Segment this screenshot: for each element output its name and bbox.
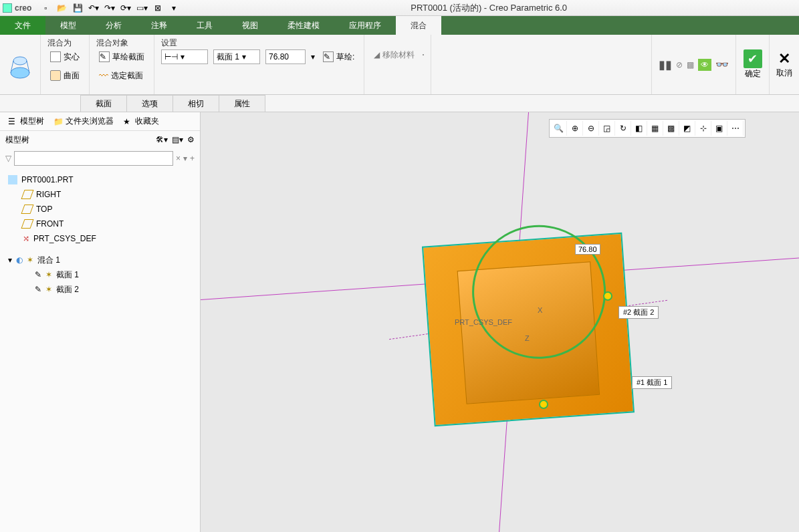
tab-annotate[interactable]: 注释 [136, 16, 182, 35]
dropdown-icon[interactable]: ▾ [183, 154, 187, 163]
svg-point-1 [13, 57, 27, 65]
saved-views-icon[interactable]: ▦ [647, 121, 663, 136]
select-section-button[interactable]: 〰选定截面 [96, 69, 146, 83]
no-icon[interactable]: ⊘ [676, 60, 683, 70]
group-remove-material: ◢移除材料 [364, 35, 431, 94]
qat-save-icon[interactable]: 💾 [70, 1, 85, 15]
pause-icon[interactable]: ▮▮ [659, 57, 672, 72]
tree-csys[interactable]: ⤭PRT_CSYS_DEF [20, 231, 195, 246]
qat-close-icon[interactable]: ⊠ [150, 1, 165, 15]
warn-icon: ✶ [27, 255, 33, 265]
qat-regen-icon[interactable]: ⟳▾ [118, 1, 133, 15]
chevron-down-icon: ▾ [181, 52, 185, 61]
thicken-icon[interactable] [423, 54, 424, 55]
clear-icon[interactable]: × [176, 154, 181, 163]
window-title: PRT0001 (活动的) - Creo Parametric 6.0 [181, 2, 796, 14]
tree-feature-blend[interactable]: ▾◐✶混合 1 [5, 253, 195, 267]
tab-view[interactable]: 视图 [227, 16, 273, 35]
annotation-display-icon[interactable]: ▣ [711, 121, 727, 136]
navigator-sidebar: ☰模型树 📁文件夹浏览器 ★收藏夹 模型树 🛠▾ ▤▾ ⚙ ▽ × ▾ + PR… [0, 112, 201, 532]
plane-icon [21, 205, 33, 214]
sketch-section-button[interactable]: ✎草绘截面 [96, 50, 147, 64]
tab-flex[interactable]: 柔性建模 [273, 16, 334, 35]
tree-section-1[interactable]: ✎✶截面 1 [32, 267, 195, 282]
zoom-out-icon[interactable]: ⊖ [583, 121, 599, 136]
geom-check-icon[interactable]: ▩ [687, 60, 694, 70]
qat-open-icon[interactable]: 📂 [54, 1, 69, 15]
datum-display-icon[interactable]: ⊹ [695, 121, 711, 136]
sketch-button[interactable]: ✎草绘: [320, 50, 357, 64]
spin-icon[interactable]: ↻ [615, 121, 631, 136]
drag-handle[interactable] [603, 291, 612, 301]
chevron-down-icon[interactable]: ▾ [311, 52, 315, 61]
group-blend-object: 混合对象 ✎草绘截面 〰选定截面 [90, 35, 154, 94]
preview-icon[interactable]: 👁 [698, 59, 711, 71]
surface-icon [50, 70, 61, 81]
sketch-icon: ✎ [99, 51, 110, 62]
ribbon-tabs: 文件 模型 分析 注释 工具 视图 柔性建模 应用程序 混合 [0, 16, 799, 35]
axis-x-label: X [538, 306, 542, 314]
repaint-icon[interactable]: ◲ [599, 121, 615, 136]
solid-button[interactable]: 实心 [47, 50, 82, 64]
tree-section-2[interactable]: ✎✶截面 2 [32, 282, 195, 297]
show-icon[interactable]: ▤▾ [172, 135, 183, 144]
dimension-value[interactable]: 76.80 [575, 244, 600, 255]
subtab-tangent[interactable]: 相切 [173, 95, 219, 112]
qat-more-icon[interactable]: ▾ [166, 1, 181, 15]
tree-plane-top[interactable]: TOP [20, 202, 195, 217]
filter-icon[interactable]: ▽ [5, 154, 11, 163]
search-input[interactable] [14, 151, 173, 166]
ok-button[interactable]: ✔ 确定 [735, 35, 769, 94]
expand-icon[interactable]: ▾ [8, 255, 12, 265]
main-area: ☰模型树 📁文件夹浏览器 ★收藏夹 模型树 🛠▾ ▤▾ ⚙ ▽ × ▾ + PR… [0, 112, 799, 532]
tab-file[interactable]: 文件 [0, 16, 45, 35]
settings-icon[interactable]: 🛠▾ [156, 135, 168, 144]
sketch-icon: ✎ [35, 285, 41, 294]
offset-type-dropdown[interactable]: ⊢⊣▾ [161, 49, 208, 64]
dashboard-tabs: 截面 选项 相切 属性 [0, 95, 799, 112]
cancel-button[interactable]: ✕ 取消 [769, 35, 799, 94]
display-style-icon[interactable]: ◧ [631, 121, 647, 136]
nav-tab-folder[interactable]: 📁文件夹浏览器 [49, 114, 118, 128]
subtab-section[interactable]: 截面 [80, 95, 127, 112]
tree-root[interactable]: PRT0001.PRT [5, 172, 195, 187]
subtab-properties[interactable]: 属性 [219, 95, 265, 112]
glasses-icon[interactable]: 👓 [715, 58, 729, 71]
group-blend-as: 混合为 实心 曲面 [41, 35, 90, 94]
subtab-options[interactable]: 选项 [126, 95, 173, 112]
view-manager-icon[interactable]: ▩ [663, 121, 679, 136]
tab-tools[interactable]: 工具 [182, 16, 227, 35]
section-dropdown[interactable]: 截面 1▾ [213, 49, 260, 64]
qat-redo-icon[interactable]: ↷▾ [102, 1, 117, 15]
add-icon[interactable]: + [190, 154, 195, 163]
tree-plane-front[interactable]: FRONT [20, 217, 195, 231]
qat-windows-icon[interactable]: ▭▾ [134, 1, 149, 15]
tree-options-icon[interactable]: ⚙ [187, 135, 195, 144]
depth-input[interactable]: 76.80 [265, 49, 306, 64]
qat-new-icon[interactable]: ▫ [38, 1, 53, 15]
drag-handle[interactable] [539, 400, 548, 409]
ribbon-actions: ▮▮ ⊘ ▩ 👁 👓 ✔ 确定 ✕ 取消 [651, 35, 799, 94]
remove-material-button[interactable]: ◢移除材料 [371, 48, 417, 62]
refit-icon[interactable]: 🔍 [551, 121, 567, 136]
graphics-canvas[interactable]: 🔍 ⊕ ⊖ ◲ ↻ ◧ ▦ ▩ ◩ ⊹ ▣ ⋯ 76.80 #2 截面 2 #1… [201, 112, 799, 532]
section-2-label[interactable]: #2 截面 2 [618, 306, 659, 319]
nav-tab-model-tree[interactable]: ☰模型树 [4, 114, 48, 128]
tab-app[interactable]: 应用程序 [334, 16, 396, 35]
tab-model[interactable]: 模型 [45, 16, 91, 35]
tab-analysis[interactable]: 分析 [91, 16, 136, 35]
tree-plane-right[interactable]: RIGHT [20, 187, 195, 202]
more-icon[interactable]: ⋯ [727, 121, 744, 136]
nav-tab-favorites[interactable]: ★收藏夹 [119, 114, 163, 128]
qat-undo-icon[interactable]: ↶▾ [86, 1, 101, 15]
section-1-label[interactable]: #1 截面 1 [632, 376, 672, 389]
zoom-in-icon[interactable]: ⊕ [567, 121, 583, 136]
blend-icon: ◐ [16, 255, 23, 265]
model-tree: PRT0001.PRT RIGHT TOP FRONT ⤭PRT_CSYS_DE… [0, 168, 200, 301]
perspective-icon[interactable]: ◩ [679, 121, 695, 136]
plane-icon [21, 219, 33, 229]
titlebar: creo ▫ 📂 💾 ↶▾ ↷▾ ⟳▾ ▭▾ ⊠ ▾ PRT0001 (活动的)… [0, 0, 799, 16]
wave-icon: 〰 [99, 70, 108, 81]
tab-blend[interactable]: 混合 [396, 16, 441, 35]
surface-button[interactable]: 曲面 [47, 69, 82, 83]
